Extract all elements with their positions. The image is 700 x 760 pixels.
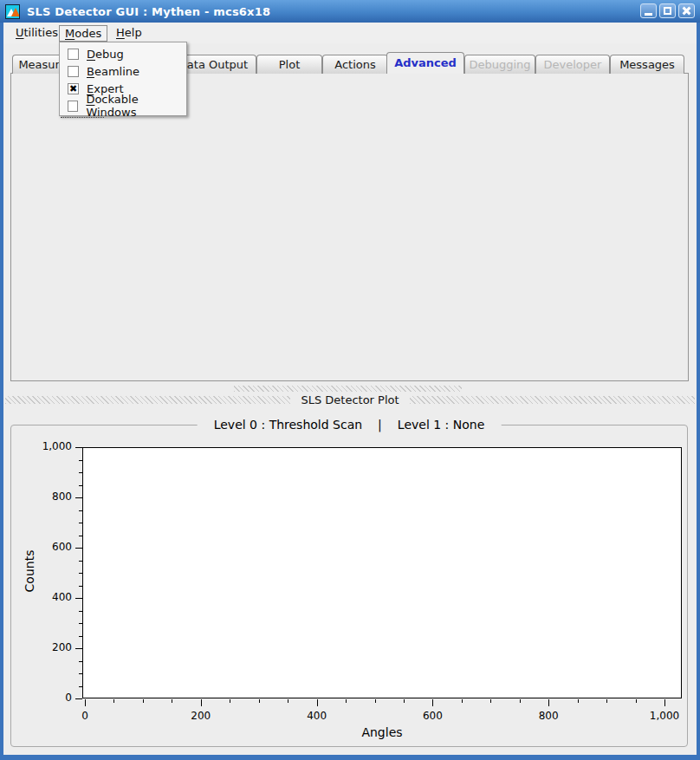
y-minor-tick bbox=[79, 485, 82, 486]
y-minor-tick bbox=[79, 472, 82, 473]
x-major-tick bbox=[85, 699, 86, 706]
close-icon bbox=[682, 6, 691, 16]
menu-item-beamline[interactable]: Beamline bbox=[60, 62, 186, 80]
x-major-tick bbox=[201, 699, 202, 706]
y-major-tick bbox=[75, 698, 82, 699]
plot-dock-titlebar: SLS Detector Plot bbox=[5, 393, 695, 406]
splitter-handle[interactable] bbox=[234, 386, 462, 392]
x-major-tick bbox=[664, 699, 665, 706]
menu-modes[interactable]: Modes bbox=[59, 25, 107, 42]
x-minor-tick bbox=[172, 699, 172, 703]
tab-plot[interactable]: Plot bbox=[256, 55, 322, 74]
dock-hatch-right bbox=[410, 396, 695, 404]
x-tick-label: 600 bbox=[405, 710, 460, 722]
y-minor-tick bbox=[79, 661, 82, 662]
plot-level1-label: Level 1 : None bbox=[398, 418, 484, 432]
menu-item-debug[interactable]: Debug bbox=[60, 45, 186, 62]
plot-group-box: Level 0 : Threshold Scan|Level 1 : None … bbox=[10, 425, 688, 747]
x-minor-tick bbox=[404, 699, 405, 703]
tab-advanced[interactable]: Advanced bbox=[386, 52, 464, 74]
y-major-tick bbox=[75, 447, 82, 448]
title-bar: SLS Detector GUI : Mythen - mcs6x18 bbox=[0, 0, 700, 23]
y-minor-tick bbox=[79, 510, 82, 511]
x-minor-tick bbox=[346, 699, 347, 703]
x-minor-tick bbox=[143, 699, 144, 703]
y-minor-tick bbox=[79, 573, 82, 574]
y-minor-tick bbox=[79, 523, 82, 523]
x-minor-tick bbox=[288, 699, 288, 703]
menu-help[interactable]: Help bbox=[111, 25, 147, 42]
y-tick-label: 600 bbox=[16, 541, 72, 553]
maximize-button[interactable] bbox=[659, 3, 676, 18]
maximize-icon bbox=[664, 7, 671, 15]
application-window: SLS Detector GUI : Mythen - mcs6x18 Util… bbox=[0, 0, 700, 760]
tab-content-pane bbox=[10, 73, 689, 381]
x-minor-tick bbox=[259, 699, 260, 703]
plot-scan-header: Level 0 : Threshold Scan|Level 1 : None bbox=[198, 418, 502, 432]
tab-developer: Developer bbox=[535, 55, 610, 74]
window-title: SLS Detector GUI : Mythen - mcs6x18 bbox=[27, 5, 270, 18]
menu-utilities[interactable]: Utilities bbox=[10, 25, 63, 42]
y-minor-tick bbox=[79, 611, 82, 612]
plot-canvas[interactable] bbox=[82, 447, 682, 698]
plot-dock-title: SLS Detector Plot bbox=[290, 393, 409, 406]
y-major-tick bbox=[75, 497, 82, 498]
y-tick-label: 200 bbox=[16, 641, 72, 653]
y-tick-label: 400 bbox=[16, 591, 72, 603]
debug-checkbox bbox=[68, 49, 79, 60]
x-minor-tick bbox=[113, 699, 114, 703]
y-major-tick bbox=[75, 598, 82, 599]
x-major-tick bbox=[432, 699, 433, 706]
x-minor-tick bbox=[636, 699, 637, 703]
app-icon-mountain-orange bbox=[11, 8, 20, 16]
y-major-tick bbox=[75, 548, 82, 549]
x-minor-tick bbox=[578, 699, 579, 703]
x-axis-label: Angles bbox=[82, 725, 682, 739]
x-major-tick bbox=[317, 699, 318, 706]
close-button[interactable] bbox=[678, 3, 695, 18]
y-minor-tick bbox=[79, 673, 82, 674]
x-minor-tick bbox=[490, 699, 491, 703]
x-tick-label: 200 bbox=[173, 710, 229, 722]
x-tick-label: 400 bbox=[289, 710, 345, 722]
x-minor-tick bbox=[230, 699, 230, 703]
x-tick-label: 0 bbox=[57, 710, 113, 722]
x-tick-label: 800 bbox=[521, 710, 576, 722]
dockable-windows-checkbox bbox=[68, 101, 78, 112]
y-minor-tick bbox=[79, 460, 82, 461]
minimize-button[interactable] bbox=[640, 3, 657, 18]
minimize-icon bbox=[645, 13, 652, 16]
modes-menu-popup: Debug Beamline ✖ Expert Dockable Windows bbox=[59, 42, 187, 116]
tab-messages[interactable]: Messages bbox=[610, 55, 684, 74]
y-major-tick bbox=[75, 648, 82, 649]
tab-actions[interactable]: Actions bbox=[322, 55, 388, 74]
window-controls bbox=[640, 3, 695, 18]
menu-bar: Utilities Modes Help bbox=[3, 23, 697, 43]
menu-item-dockable-windows[interactable]: Dockable Windows bbox=[60, 97, 186, 114]
y-axis-label: Counts bbox=[23, 519, 36, 623]
y-tick-label: 800 bbox=[16, 490, 72, 503]
y-minor-tick bbox=[79, 623, 82, 624]
y-tick-label: 1,000 bbox=[16, 440, 72, 452]
y-minor-tick bbox=[79, 586, 82, 587]
plot-level0-label: Level 0 : Threshold Scan bbox=[214, 418, 362, 432]
beamline-checkbox bbox=[68, 66, 79, 77]
x-minor-tick bbox=[606, 699, 607, 703]
plot-header-separator: | bbox=[378, 418, 382, 432]
x-minor-tick bbox=[520, 699, 521, 703]
x-major-tick bbox=[548, 699, 549, 706]
y-minor-tick bbox=[79, 536, 82, 536]
y-minor-tick bbox=[79, 561, 82, 562]
x-tick-label: 1,000 bbox=[637, 710, 692, 722]
y-tick-label: 0 bbox=[16, 692, 72, 704]
expert-checkbox: ✖ bbox=[68, 83, 79, 94]
tab-debugging: Debugging bbox=[464, 55, 535, 74]
y-minor-tick bbox=[79, 636, 82, 637]
app-icon[interactable] bbox=[5, 4, 20, 19]
x-minor-tick bbox=[462, 699, 463, 703]
y-minor-tick bbox=[79, 686, 82, 687]
x-minor-tick bbox=[375, 699, 376, 703]
dock-hatch-left bbox=[5, 396, 290, 404]
